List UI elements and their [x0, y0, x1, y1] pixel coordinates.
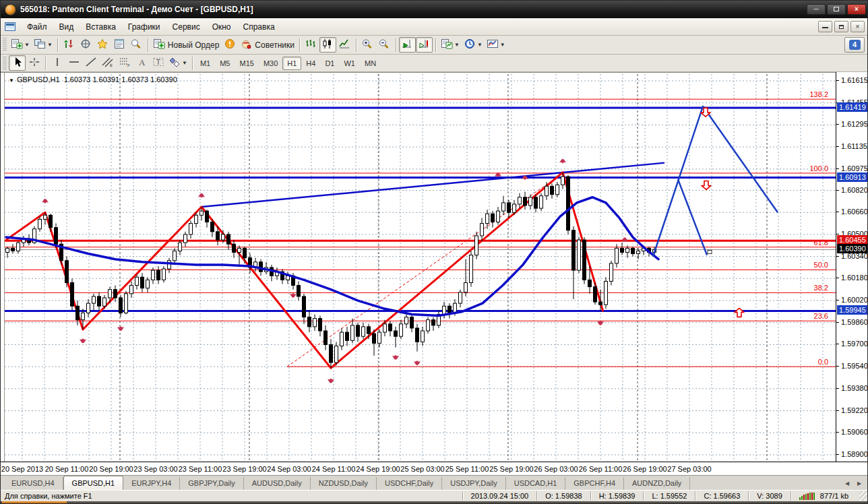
child-minimize-button[interactable] — [818, 21, 832, 32]
time-axis-label: 24 Sep 19:00 — [356, 465, 400, 473]
dropdown-arrow-icon[interactable]: ▼ — [500, 42, 505, 48]
menu-item-графики[interactable]: Графики — [122, 20, 166, 34]
advisor-icon — [240, 38, 252, 52]
indicators-icon[interactable]: ▼ — [439, 37, 462, 53]
menu-item-окно[interactable]: Окно — [206, 20, 237, 34]
chart-tab-gbpjpy-daily[interactable]: GBPJPY,Daily — [180, 477, 244, 490]
timeframe-h1-button[interactable]: H1 — [282, 57, 301, 70]
label-icon[interactable]: T — [150, 55, 166, 71]
tab-scroll-left-icon[interactable]: ◀ — [842, 478, 852, 488]
timeframe-m15-button[interactable]: M15 — [235, 57, 258, 70]
alert-icon[interactable] — [221, 37, 238, 53]
chart-tab-nzdusd-daily[interactable]: NZDUSD,Daily — [311, 477, 377, 490]
price-axis-label: 1.59540 — [836, 362, 868, 370]
auto-scroll-icon[interactable] — [399, 37, 416, 53]
menu-item-справка[interactable]: Справка — [237, 20, 281, 34]
new-order-button[interactable]: Новый Ордер — [151, 37, 221, 53]
collapse-triangle-icon[interactable]: ▼ — [9, 77, 14, 84]
crosshair-icon[interactable] — [26, 55, 42, 71]
timeframe-m30-button[interactable]: M30 — [259, 57, 282, 70]
menu-item-вставка[interactable]: Вставка — [80, 20, 122, 34]
chart-shift-icon[interactable] — [416, 37, 433, 53]
data-window-icon[interactable] — [111, 37, 128, 53]
timeframe-mn-button[interactable]: MN — [360, 57, 381, 70]
cursor-icon[interactable] — [9, 55, 26, 71]
candle-body — [238, 248, 241, 252]
timeframe-w1-button[interactable]: W1 — [339, 57, 360, 70]
candle-body — [615, 248, 619, 263]
dropdown-arrow-icon[interactable]: ▼ — [47, 42, 53, 48]
close-button[interactable]: × — [847, 4, 866, 15]
zoom-out-icon[interactable] — [376, 37, 393, 53]
terminal-window: { "window": { "title": "565018: Panteon … — [0, 0, 868, 504]
price-tag: 1.60913 — [837, 172, 868, 182]
candle-chart-icon[interactable] — [319, 37, 336, 53]
timeframe-m5-button[interactable]: M5 — [215, 57, 235, 70]
zoom-out-icon — [378, 38, 390, 52]
tab-scroll-right-icon[interactable]: ▶ — [854, 478, 865, 488]
trendline-icon[interactable] — [82, 55, 99, 71]
chart-tab-eurusd-h4[interactable]: EURUSD,H4 — [3, 477, 63, 490]
fractal-down-icon — [80, 338, 86, 343]
fractal-down-icon — [392, 355, 399, 360]
child-restore-button[interactable] — [834, 21, 848, 32]
chart-tab-eurjpy-h4[interactable]: EURJPY,H4 — [123, 477, 180, 490]
dropdown-arrow-icon[interactable]: ▼ — [24, 42, 30, 48]
line-chart-icon[interactable] — [336, 37, 353, 53]
zoom-in-icon[interactable] — [359, 37, 376, 53]
resize-grip[interactable] — [859, 491, 868, 501]
menu-item-вид[interactable]: Вид — [53, 20, 80, 34]
vline-icon[interactable] — [49, 55, 65, 71]
chart-tab-audusd-daily[interactable]: AUDUSD,Daily — [244, 477, 311, 490]
timeframe-h4-button[interactable]: H4 — [301, 57, 320, 70]
menu-item-файл[interactable]: Файл — [21, 20, 53, 34]
profiles-icon[interactable]: ▼ — [32, 37, 55, 53]
dropdown-arrow-icon[interactable]: ▼ — [477, 42, 483, 48]
title-bar[interactable]: 565018: Panteon Client Terminal - Демо С… — [1, 1, 868, 18]
dropdown-arrow-icon[interactable]: ▼ — [454, 42, 460, 48]
dropdown-arrow-icon[interactable]: ▼ — [182, 60, 187, 66]
price-axis[interactable]: 1.616151.614551.612951.611351.609751.608… — [836, 72, 868, 462]
maximize-button[interactable] — [827, 4, 846, 15]
new-chart-icon[interactable]: ▼ — [9, 37, 32, 53]
chart-window[interactable]: 0.023.638.250.061.8100.0138.2 ▼GBPUSD,H1… — [1, 72, 868, 462]
time-axis[interactable]: 20 Sep 201320 Sep 11:0020 Sep 19:0023 Se… — [1, 462, 868, 475]
periods-icon[interactable]: ▼ — [462, 37, 485, 53]
status-volume: V: 3089 — [748, 491, 790, 501]
timeframe-m1-button[interactable]: M1 — [195, 57, 215, 70]
candle-body — [195, 215, 198, 223]
market-watch-icon[interactable] — [61, 37, 78, 53]
chart-tab-gbpusd-h1[interactable]: GBPUSD,H1 — [63, 476, 124, 490]
candle-body — [200, 211, 204, 215]
minimize-button[interactable]: ─ — [807, 4, 826, 15]
tester-icon[interactable] — [128, 37, 145, 53]
timeframe-d1-button[interactable]: D1 — [320, 57, 339, 70]
hline-icon[interactable] — [65, 55, 82, 71]
chart-tab-gbpchf-h4[interactable]: GBPCHF,H4 — [565, 477, 624, 490]
chart-menu-icon[interactable] — [5, 22, 16, 31]
child-close-button[interactable]: × — [850, 21, 865, 32]
fibo-icon[interactable]: F — [116, 55, 133, 71]
toolbar-grip[interactable] — [3, 57, 7, 70]
candle-body — [55, 228, 58, 245]
chart-tab-usdjpy-daily[interactable]: USDJPY,Daily — [442, 477, 506, 490]
notifications-button[interactable]: 4 — [844, 37, 865, 53]
chart-tab-audnzd-daily[interactable]: AUDNZD,Daily — [624, 477, 690, 490]
bar-chart-icon[interactable] — [303, 37, 319, 53]
templates-icon[interactable]: ▼ — [485, 37, 507, 53]
advisors-button[interactable]: Советники — [238, 37, 297, 53]
menu-item-сервис[interactable]: Сервис — [166, 20, 206, 34]
toolbar-grip[interactable] — [3, 38, 7, 53]
shapes-icon[interactable]: ▼ — [166, 55, 189, 71]
favorites-icon[interactable] — [94, 37, 111, 53]
chart-tab-usdchf-daily[interactable]: USDCHF,Daily — [377, 477, 442, 490]
chart-canvas[interactable]: 0.023.638.250.061.8100.0138.2 — [1, 73, 836, 462]
text-icon[interactable]: A — [133, 55, 150, 71]
candle-body — [637, 251, 640, 253]
price-axis-label: 1.58900 — [836, 450, 868, 458]
alert-icon — [224, 38, 236, 52]
chart-tab-usdcad-h1[interactable]: USDCAD,H1 — [506, 477, 566, 490]
status-low: L: 1.59552 — [643, 491, 695, 501]
channel-icon[interactable]: E — [99, 55, 116, 71]
navigator-icon[interactable] — [78, 37, 94, 53]
